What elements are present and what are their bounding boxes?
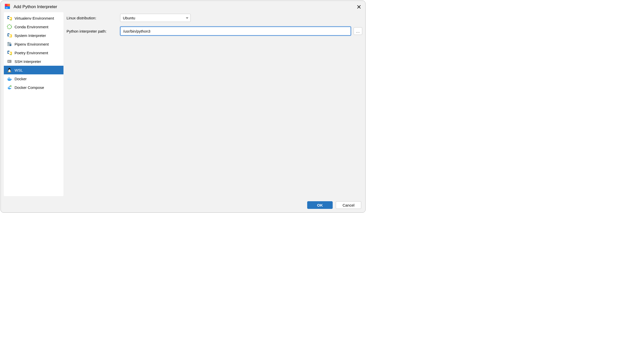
svg-point-14 xyxy=(8,72,9,72)
interpreter-path-label: Python interpreter path: xyxy=(67,29,120,33)
distribution-row: Linux distribution: Ubuntu xyxy=(67,14,362,22)
sidebar-item-label: System Interpreter xyxy=(15,33,46,38)
svg-rect-1 xyxy=(5,4,7,6)
svg-rect-22 xyxy=(9,86,10,87)
ssh-icon xyxy=(7,59,12,64)
sidebar-item-pipenv[interactable]: Pipenv Environment xyxy=(4,40,63,48)
close-button[interactable] xyxy=(356,4,362,10)
sidebar-item-docker[interactable]: Docker xyxy=(4,74,63,83)
docker-compose-icon xyxy=(7,85,12,90)
main-panel: Linux distribution: Ubuntu Python interp… xyxy=(67,12,362,196)
sidebar-item-system[interactable]: System Interpreter xyxy=(4,31,63,40)
sidebar-item-label: Poetry Environment xyxy=(15,51,48,55)
python-icon xyxy=(7,33,12,38)
svg-rect-20 xyxy=(8,87,9,88)
sidebar-item-label: Virtualenv Environment xyxy=(15,16,54,20)
sidebar-item-ssh[interactable]: SSH Interpreter xyxy=(4,57,63,66)
svg-rect-17 xyxy=(9,78,9,79)
cancel-button[interactable]: Cancel xyxy=(336,201,361,209)
svg-rect-18 xyxy=(10,78,10,79)
ok-button[interactable]: OK xyxy=(307,201,333,209)
intellij-icon xyxy=(4,3,10,10)
svg-rect-2 xyxy=(7,4,10,6)
svg-rect-19 xyxy=(9,77,9,78)
browse-button[interactable]: ... xyxy=(354,27,362,35)
sidebar-item-virtualenv[interactable]: v Virtualenv Environment xyxy=(4,14,63,22)
close-icon xyxy=(357,5,361,9)
dialog-body: v Virtualenv Environment Conda Environme… xyxy=(1,12,365,199)
distribution-value: Ubuntu xyxy=(123,16,135,20)
svg-rect-16 xyxy=(8,78,8,79)
python-v-icon: v xyxy=(7,16,12,21)
svg-rect-4 xyxy=(6,8,8,8)
svg-point-6 xyxy=(7,25,11,29)
sidebar-item-conda[interactable]: Conda Environment xyxy=(4,22,63,31)
sidebar-item-label: WSL xyxy=(15,68,23,72)
window-title: Add Python Interpreter xyxy=(14,4,353,9)
interpreter-type-sidebar: v Virtualenv Environment Conda Environme… xyxy=(4,12,63,196)
sidebar-item-wsl[interactable]: WSL xyxy=(4,66,63,74)
interpreter-path-row: Python interpreter path: ... xyxy=(67,26,362,36)
python-v-icon: v xyxy=(7,50,12,55)
svg-point-15 xyxy=(10,72,11,72)
sidebar-item-poetry[interactable]: v Poetry Environment xyxy=(4,48,63,57)
sidebar-item-label: Pipenv Environment xyxy=(15,42,49,46)
sidebar-item-label: Docker Compose xyxy=(15,85,44,90)
distribution-select[interactable]: Ubuntu xyxy=(120,14,191,22)
svg-text:v: v xyxy=(10,53,12,55)
sidebar-item-label: SSH Interpreter xyxy=(15,59,41,64)
svg-rect-21 xyxy=(9,87,10,88)
svg-point-7 xyxy=(10,44,11,46)
svg-point-13 xyxy=(10,69,10,70)
distribution-label: Linux distribution: xyxy=(67,16,120,20)
titlebar: Add Python Interpreter xyxy=(1,1,365,12)
add-python-interpreter-dialog: Add Python Interpreter v Virtualenv Envi… xyxy=(1,1,366,213)
docker-icon xyxy=(7,76,12,81)
conda-icon xyxy=(7,24,12,29)
sidebar-item-label: Conda Environment xyxy=(15,25,48,29)
svg-text:v: v xyxy=(10,19,12,21)
interpreter-path-input[interactable] xyxy=(120,26,351,36)
pipenv-icon xyxy=(7,42,12,47)
svg-point-12 xyxy=(9,69,9,70)
sidebar-item-label: Docker xyxy=(15,77,27,81)
tux-icon xyxy=(7,68,12,73)
dialog-footer: OK Cancel xyxy=(1,199,365,212)
sidebar-item-docker-compose[interactable]: Docker Compose xyxy=(4,83,63,92)
